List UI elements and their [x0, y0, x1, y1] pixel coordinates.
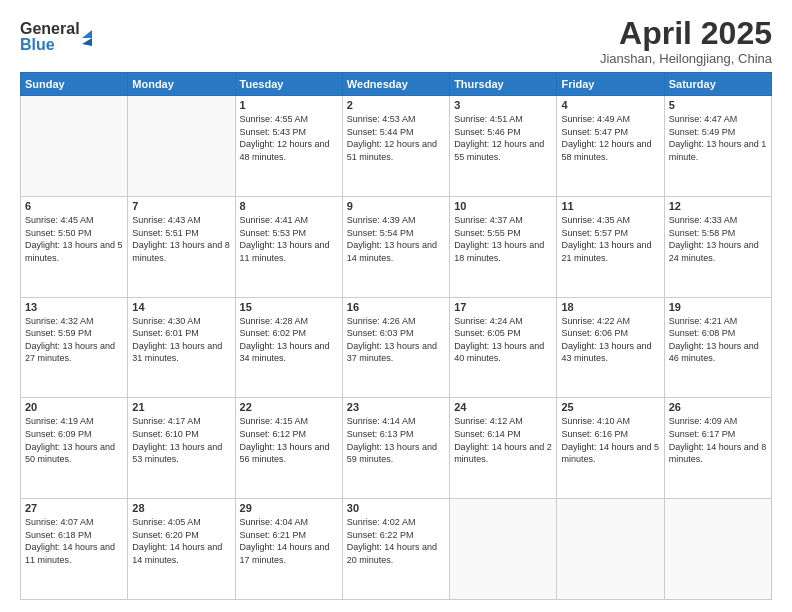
day-info: Sunrise: 4:26 AM Sunset: 6:03 PM Dayligh…: [347, 315, 445, 365]
day-info: Sunrise: 4:22 AM Sunset: 6:06 PM Dayligh…: [561, 315, 659, 365]
svg-text:Blue: Blue: [20, 36, 55, 53]
day-number: 23: [347, 401, 445, 413]
col-sunday: Sunday: [21, 73, 128, 96]
calendar-cell: 15Sunrise: 4:28 AM Sunset: 6:02 PM Dayli…: [235, 297, 342, 398]
day-info: Sunrise: 4:37 AM Sunset: 5:55 PM Dayligh…: [454, 214, 552, 264]
col-thursday: Thursday: [450, 73, 557, 96]
day-info: Sunrise: 4:51 AM Sunset: 5:46 PM Dayligh…: [454, 113, 552, 163]
day-info: Sunrise: 4:15 AM Sunset: 6:12 PM Dayligh…: [240, 415, 338, 465]
day-number: 22: [240, 401, 338, 413]
day-info: Sunrise: 4:39 AM Sunset: 5:54 PM Dayligh…: [347, 214, 445, 264]
day-info: Sunrise: 4:33 AM Sunset: 5:58 PM Dayligh…: [669, 214, 767, 264]
day-number: 5: [669, 99, 767, 111]
calendar-cell: 14Sunrise: 4:30 AM Sunset: 6:01 PM Dayli…: [128, 297, 235, 398]
day-info: Sunrise: 4:30 AM Sunset: 6:01 PM Dayligh…: [132, 315, 230, 365]
day-info: Sunrise: 4:07 AM Sunset: 6:18 PM Dayligh…: [25, 516, 123, 566]
day-info: Sunrise: 4:12 AM Sunset: 6:14 PM Dayligh…: [454, 415, 552, 465]
day-number: 27: [25, 502, 123, 514]
calendar-cell: 28Sunrise: 4:05 AM Sunset: 6:20 PM Dayli…: [128, 499, 235, 600]
title-block: April 2025 Jianshan, Heilongjiang, China: [600, 16, 772, 66]
day-info: Sunrise: 4:35 AM Sunset: 5:57 PM Dayligh…: [561, 214, 659, 264]
calendar-week-0: 1Sunrise: 4:55 AM Sunset: 5:43 PM Daylig…: [21, 96, 772, 197]
day-info: Sunrise: 4:17 AM Sunset: 6:10 PM Dayligh…: [132, 415, 230, 465]
day-number: 11: [561, 200, 659, 212]
day-number: 20: [25, 401, 123, 413]
calendar-cell: 2Sunrise: 4:53 AM Sunset: 5:44 PM Daylig…: [342, 96, 449, 197]
day-info: Sunrise: 4:28 AM Sunset: 6:02 PM Dayligh…: [240, 315, 338, 365]
calendar-cell: 5Sunrise: 4:47 AM Sunset: 5:49 PM Daylig…: [664, 96, 771, 197]
header: General Blue April 2025 Jianshan, Heilon…: [20, 16, 772, 66]
calendar-cell: 26Sunrise: 4:09 AM Sunset: 6:17 PM Dayli…: [664, 398, 771, 499]
col-wednesday: Wednesday: [342, 73, 449, 96]
calendar-cell: 29Sunrise: 4:04 AM Sunset: 6:21 PM Dayli…: [235, 499, 342, 600]
day-info: Sunrise: 4:47 AM Sunset: 5:49 PM Dayligh…: [669, 113, 767, 163]
day-info: Sunrise: 4:43 AM Sunset: 5:51 PM Dayligh…: [132, 214, 230, 264]
calendar-cell: 7Sunrise: 4:43 AM Sunset: 5:51 PM Daylig…: [128, 196, 235, 297]
calendar-cell: 19Sunrise: 4:21 AM Sunset: 6:08 PM Dayli…: [664, 297, 771, 398]
svg-text:General: General: [20, 20, 80, 37]
day-info: Sunrise: 4:10 AM Sunset: 6:16 PM Dayligh…: [561, 415, 659, 465]
day-number: 9: [347, 200, 445, 212]
calendar-cell: 12Sunrise: 4:33 AM Sunset: 5:58 PM Dayli…: [664, 196, 771, 297]
calendar-cell: 21Sunrise: 4:17 AM Sunset: 6:10 PM Dayli…: [128, 398, 235, 499]
svg-marker-2: [82, 30, 92, 38]
calendar-cell: 20Sunrise: 4:19 AM Sunset: 6:09 PM Dayli…: [21, 398, 128, 499]
calendar-cell: 23Sunrise: 4:14 AM Sunset: 6:13 PM Dayli…: [342, 398, 449, 499]
calendar-cell: [664, 499, 771, 600]
calendar-week-3: 20Sunrise: 4:19 AM Sunset: 6:09 PM Dayli…: [21, 398, 772, 499]
day-number: 15: [240, 301, 338, 313]
calendar-cell: 8Sunrise: 4:41 AM Sunset: 5:53 PM Daylig…: [235, 196, 342, 297]
main-title: April 2025: [600, 16, 772, 51]
subtitle: Jianshan, Heilongjiang, China: [600, 51, 772, 66]
day-number: 4: [561, 99, 659, 111]
calendar-cell: [450, 499, 557, 600]
day-number: 26: [669, 401, 767, 413]
calendar-header-row: Sunday Monday Tuesday Wednesday Thursday…: [21, 73, 772, 96]
day-number: 2: [347, 99, 445, 111]
day-number: 13: [25, 301, 123, 313]
calendar-cell: 17Sunrise: 4:24 AM Sunset: 6:05 PM Dayli…: [450, 297, 557, 398]
calendar-cell: 27Sunrise: 4:07 AM Sunset: 6:18 PM Dayli…: [21, 499, 128, 600]
col-tuesday: Tuesday: [235, 73, 342, 96]
day-number: 6: [25, 200, 123, 212]
day-info: Sunrise: 4:21 AM Sunset: 6:08 PM Dayligh…: [669, 315, 767, 365]
calendar-cell: 10Sunrise: 4:37 AM Sunset: 5:55 PM Dayli…: [450, 196, 557, 297]
day-number: 17: [454, 301, 552, 313]
day-info: Sunrise: 4:09 AM Sunset: 6:17 PM Dayligh…: [669, 415, 767, 465]
calendar-cell: [21, 96, 128, 197]
calendar-cell: [557, 499, 664, 600]
calendar-week-2: 13Sunrise: 4:32 AM Sunset: 5:59 PM Dayli…: [21, 297, 772, 398]
day-info: Sunrise: 4:53 AM Sunset: 5:44 PM Dayligh…: [347, 113, 445, 163]
day-number: 24: [454, 401, 552, 413]
day-info: Sunrise: 4:19 AM Sunset: 6:09 PM Dayligh…: [25, 415, 123, 465]
day-info: Sunrise: 4:55 AM Sunset: 5:43 PM Dayligh…: [240, 113, 338, 163]
day-number: 30: [347, 502, 445, 514]
day-info: Sunrise: 4:14 AM Sunset: 6:13 PM Dayligh…: [347, 415, 445, 465]
day-number: 16: [347, 301, 445, 313]
calendar-cell: 9Sunrise: 4:39 AM Sunset: 5:54 PM Daylig…: [342, 196, 449, 297]
col-monday: Monday: [128, 73, 235, 96]
day-number: 12: [669, 200, 767, 212]
calendar-cell: 3Sunrise: 4:51 AM Sunset: 5:46 PM Daylig…: [450, 96, 557, 197]
calendar-cell: 18Sunrise: 4:22 AM Sunset: 6:06 PM Dayli…: [557, 297, 664, 398]
calendar-cell: 4Sunrise: 4:49 AM Sunset: 5:47 PM Daylig…: [557, 96, 664, 197]
calendar-cell: 6Sunrise: 4:45 AM Sunset: 5:50 PM Daylig…: [21, 196, 128, 297]
calendar-cell: 30Sunrise: 4:02 AM Sunset: 6:22 PM Dayli…: [342, 499, 449, 600]
day-info: Sunrise: 4:45 AM Sunset: 5:50 PM Dayligh…: [25, 214, 123, 264]
col-friday: Friday: [557, 73, 664, 96]
day-info: Sunrise: 4:04 AM Sunset: 6:21 PM Dayligh…: [240, 516, 338, 566]
day-number: 25: [561, 401, 659, 413]
calendar-cell: 16Sunrise: 4:26 AM Sunset: 6:03 PM Dayli…: [342, 297, 449, 398]
svg-marker-3: [82, 38, 92, 46]
calendar-cell: 22Sunrise: 4:15 AM Sunset: 6:12 PM Dayli…: [235, 398, 342, 499]
day-info: Sunrise: 4:32 AM Sunset: 5:59 PM Dayligh…: [25, 315, 123, 365]
page: General Blue April 2025 Jianshan, Heilon…: [0, 0, 792, 612]
day-number: 19: [669, 301, 767, 313]
day-number: 1: [240, 99, 338, 111]
day-number: 28: [132, 502, 230, 514]
day-info: Sunrise: 4:02 AM Sunset: 6:22 PM Dayligh…: [347, 516, 445, 566]
day-number: 7: [132, 200, 230, 212]
day-number: 10: [454, 200, 552, 212]
calendar-table: Sunday Monday Tuesday Wednesday Thursday…: [20, 72, 772, 600]
day-number: 3: [454, 99, 552, 111]
